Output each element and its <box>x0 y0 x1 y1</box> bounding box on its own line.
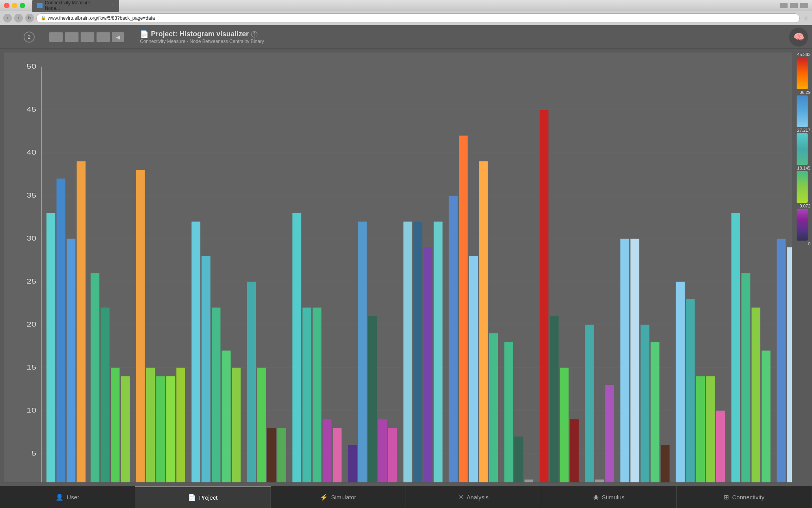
scale-bar-mid-low <box>797 171 808 203</box>
svg-rect-48 <box>323 419 332 482</box>
svg-text:40: 40 <box>26 149 36 156</box>
svg-rect-89 <box>787 247 792 482</box>
forward-nav-button[interactable]: › <box>14 14 23 22</box>
help-button[interactable]: ? <box>251 31 257 37</box>
svg-rect-85 <box>741 273 750 482</box>
svg-rect-53 <box>378 419 387 482</box>
view-btn-3[interactable] <box>80 32 95 42</box>
svg-rect-44 <box>277 428 286 482</box>
scale-bar-mid <box>797 133 808 165</box>
nav-label-connectivity: Connectivity <box>732 494 764 501</box>
maximize-button[interactable] <box>20 3 25 8</box>
svg-rect-30 <box>121 376 130 482</box>
svg-rect-69 <box>560 368 568 482</box>
back-button[interactable]: ◀ <box>112 32 124 42</box>
nav-item-stimulus[interactable]: ◉ Stimulus <box>541 486 676 508</box>
svg-rect-37 <box>201 256 210 482</box>
app-header: 2 ◀ 📄 Project: Histogram visualizer ? Co… <box>0 25 812 49</box>
svg-rect-47 <box>313 308 321 482</box>
simulator-icon: ⚡ <box>320 493 328 501</box>
svg-rect-36 <box>192 222 200 482</box>
window-controls <box>780 3 808 8</box>
view-btn-1[interactable] <box>49 32 63 42</box>
svg-rect-35 <box>176 368 185 482</box>
badge-number: 2 <box>28 34 30 40</box>
svg-rect-79 <box>676 282 685 482</box>
active-tab[interactable]: Connectivity Measure - Node... × <box>32 0 119 12</box>
minimize-button[interactable] <box>12 3 17 8</box>
svg-rect-57 <box>424 247 432 482</box>
scale-mid4-label: 9.072 <box>794 204 810 208</box>
svg-rect-28 <box>101 308 109 482</box>
tab-close-button[interactable]: × <box>112 3 114 7</box>
svg-rect-33 <box>156 376 165 482</box>
svg-rect-58 <box>434 222 442 482</box>
win-btn-1 <box>780 3 788 8</box>
view-controls: ◀ <box>49 32 124 42</box>
svg-rect-27 <box>91 273 99 482</box>
scale-bar-low <box>797 209 808 241</box>
back-nav-button[interactable]: ‹ <box>3 14 12 22</box>
svg-rect-71 <box>585 325 594 482</box>
main-title-text: Project: Histogram visualizer <box>151 30 249 38</box>
nav-item-analysis[interactable]: ✳ Analysis <box>406 486 541 508</box>
svg-rect-75 <box>630 239 639 482</box>
svg-text:20: 20 <box>26 321 36 328</box>
view-btn-2[interactable] <box>65 32 79 42</box>
svg-rect-87 <box>762 351 770 482</box>
svg-rect-73 <box>605 385 614 482</box>
svg-rect-55 <box>403 222 412 482</box>
svg-rect-31 <box>136 170 145 482</box>
titlebar: Connectivity Measure - Node... × <box>0 0 812 11</box>
back-arrow: ◀ <box>116 34 120 40</box>
scale-max-label: 45.363 <box>794 52 810 57</box>
nav-item-user[interactable]: 👤 User <box>0 486 135 508</box>
svg-rect-82 <box>706 376 715 482</box>
svg-rect-50 <box>348 445 357 482</box>
svg-rect-78 <box>661 445 669 482</box>
svg-rect-40 <box>232 368 240 482</box>
svg-rect-74 <box>620 239 629 482</box>
svg-rect-46 <box>302 308 311 482</box>
svg-rect-29 <box>111 368 119 482</box>
svg-rect-45 <box>292 213 301 482</box>
address-bar[interactable]: 🔒 www.thevirtualbrain.org/flow/5/83?back… <box>36 13 800 23</box>
scale-bar-mid-high <box>797 95 808 127</box>
bookmark-button[interactable]: ☆ <box>804 15 809 21</box>
tab-favicon <box>37 3 43 8</box>
view-btn-4[interactable] <box>96 32 110 42</box>
svg-rect-62 <box>479 161 488 482</box>
svg-text:25: 25 <box>26 278 36 285</box>
svg-text:10: 10 <box>26 407 36 414</box>
svg-rect-60 <box>459 136 467 482</box>
nav-item-project[interactable]: 📄 Project <box>135 486 270 508</box>
tab-bar: Connectivity Measure - Node... × <box>32 0 777 12</box>
nav-label-project: Project <box>199 494 218 501</box>
svg-rect-34 <box>166 376 175 482</box>
svg-rect-39 <box>222 351 231 482</box>
sub-title: Connectivity Measure - Node Betweeness C… <box>140 39 264 44</box>
lock-icon: 🔒 <box>41 15 46 21</box>
chart-wrapper: 50 45 40 35 30 25 20 15 10 5 0 <box>3 52 792 483</box>
scale-mid1-label: 36.29 <box>794 90 810 95</box>
url-text: www.thevirtualbrain.org/flow/5/83?back_p… <box>48 15 155 21</box>
svg-rect-56 <box>413 222 422 482</box>
svg-rect-59 <box>449 196 458 482</box>
nav-item-connectivity[interactable]: ⊞ Connectivity <box>677 486 812 508</box>
svg-rect-61 <box>469 256 478 482</box>
svg-text:35: 35 <box>26 192 36 199</box>
close-button[interactable] <box>4 3 9 8</box>
svg-rect-81 <box>696 376 705 482</box>
nav-label-analysis: Analysis <box>467 494 489 501</box>
scale-bar-high <box>797 58 808 89</box>
nav-item-simulator[interactable]: ⚡ Simulator <box>271 486 406 508</box>
svg-text:45: 45 <box>26 106 36 113</box>
svg-rect-84 <box>731 213 740 482</box>
svg-text:15: 15 <box>26 364 36 371</box>
nav-label-user: User <box>67 494 79 501</box>
svg-rect-64 <box>504 342 513 482</box>
svg-text:30: 30 <box>26 235 36 242</box>
histogram-chart: 50 45 40 35 30 25 20 15 10 5 0 <box>4 52 792 482</box>
reload-button[interactable]: ↻ <box>25 14 34 22</box>
header-titles: 📄 Project: Histogram visualizer ? Connec… <box>140 30 264 44</box>
